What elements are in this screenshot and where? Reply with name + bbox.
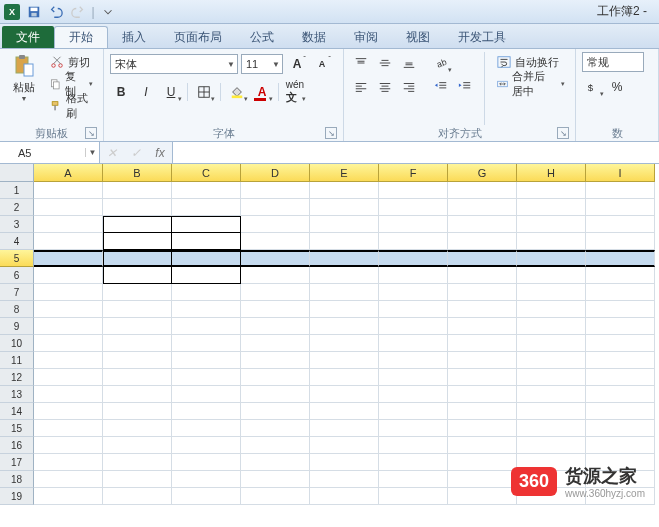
cell[interactable]: [379, 352, 448, 369]
number-format-combo[interactable]: 常规: [582, 52, 644, 72]
cell[interactable]: [379, 403, 448, 420]
increase-indent-button[interactable]: [454, 76, 476, 98]
cell[interactable]: [241, 454, 310, 471]
column-header[interactable]: D: [241, 164, 310, 182]
cell[interactable]: [34, 352, 103, 369]
tab-page-layout[interactable]: 页面布局: [160, 26, 236, 48]
row-header[interactable]: 14: [0, 403, 34, 420]
cell[interactable]: [586, 403, 655, 420]
cell[interactable]: [241, 369, 310, 386]
cell[interactable]: [379, 301, 448, 318]
row-header[interactable]: 6: [0, 267, 34, 284]
cell[interactable]: [448, 318, 517, 335]
row-header[interactable]: 8: [0, 301, 34, 318]
cell[interactable]: [103, 335, 172, 352]
cell[interactable]: [172, 488, 241, 505]
cell[interactable]: [172, 420, 241, 437]
cell[interactable]: [241, 352, 310, 369]
cell[interactable]: [379, 454, 448, 471]
cell[interactable]: [448, 250, 517, 267]
cell[interactable]: [103, 267, 172, 284]
tab-view[interactable]: 视图: [392, 26, 444, 48]
cell[interactable]: [172, 369, 241, 386]
cell[interactable]: [103, 284, 172, 301]
align-center-button[interactable]: [374, 76, 396, 98]
select-all-corner[interactable]: [0, 164, 34, 182]
cell[interactable]: [448, 352, 517, 369]
cell[interactable]: [517, 437, 586, 454]
accounting-button[interactable]: $▾: [582, 76, 604, 98]
qat-more-icon[interactable]: [98, 2, 118, 22]
row-header[interactable]: 11: [0, 352, 34, 369]
cell[interactable]: [448, 471, 517, 488]
cell[interactable]: [586, 369, 655, 386]
row-header[interactable]: 18: [0, 471, 34, 488]
cell[interactable]: [34, 471, 103, 488]
cell[interactable]: [448, 403, 517, 420]
row-header[interactable]: 9: [0, 318, 34, 335]
cell[interactable]: [310, 454, 379, 471]
cell[interactable]: [586, 216, 655, 233]
cell[interactable]: [379, 386, 448, 403]
cell[interactable]: [310, 267, 379, 284]
bold-button[interactable]: B: [110, 81, 132, 103]
cell[interactable]: [310, 216, 379, 233]
cell[interactable]: [379, 437, 448, 454]
column-header[interactable]: C: [172, 164, 241, 182]
percent-button[interactable]: %: [606, 76, 628, 98]
align-left-button[interactable]: [350, 76, 372, 98]
cell[interactable]: [310, 301, 379, 318]
cell[interactable]: [103, 182, 172, 199]
cell[interactable]: [310, 420, 379, 437]
cell[interactable]: [310, 386, 379, 403]
cell[interactable]: [379, 182, 448, 199]
cell[interactable]: [103, 301, 172, 318]
tab-insert[interactable]: 插入: [108, 26, 160, 48]
cell[interactable]: [586, 250, 655, 267]
cell[interactable]: [517, 318, 586, 335]
cell[interactable]: [586, 335, 655, 352]
cell[interactable]: [517, 250, 586, 267]
column-header[interactable]: I: [586, 164, 655, 182]
cell[interactable]: [103, 318, 172, 335]
cell[interactable]: [34, 318, 103, 335]
cell[interactable]: [586, 420, 655, 437]
underline-button[interactable]: U▾: [160, 81, 182, 103]
cell[interactable]: [379, 471, 448, 488]
cell[interactable]: [34, 233, 103, 250]
cell[interactable]: [34, 199, 103, 216]
cell[interactable]: [34, 335, 103, 352]
name-box[interactable]: A5 ▼: [0, 142, 100, 163]
cell[interactable]: [310, 403, 379, 420]
cell[interactable]: [379, 284, 448, 301]
cell[interactable]: [241, 182, 310, 199]
format-painter-button[interactable]: 格式刷: [46, 96, 97, 116]
cell[interactable]: [172, 335, 241, 352]
italic-button[interactable]: I: [135, 81, 157, 103]
cell[interactable]: [34, 437, 103, 454]
column-header[interactable]: G: [448, 164, 517, 182]
cell[interactable]: [448, 233, 517, 250]
fx-button[interactable]: fx: [148, 146, 172, 160]
cell[interactable]: [241, 250, 310, 267]
tab-data[interactable]: 数据: [288, 26, 340, 48]
cell[interactable]: [103, 488, 172, 505]
undo-icon[interactable]: [46, 2, 66, 22]
tab-developer[interactable]: 开发工具: [444, 26, 520, 48]
cell[interactable]: [172, 182, 241, 199]
cell[interactable]: [586, 301, 655, 318]
cell[interactable]: [586, 199, 655, 216]
redo-icon[interactable]: [68, 2, 88, 22]
cell[interactable]: [379, 199, 448, 216]
cell[interactable]: [448, 216, 517, 233]
cell[interactable]: [172, 403, 241, 420]
cell[interactable]: [379, 318, 448, 335]
cell[interactable]: [34, 369, 103, 386]
row-header[interactable]: 12: [0, 369, 34, 386]
grow-font-button[interactable]: Aˆ: [286, 53, 308, 75]
cell[interactable]: [241, 488, 310, 505]
cell[interactable]: [34, 250, 103, 267]
cell[interactable]: [241, 301, 310, 318]
font-color-button[interactable]: A▾: [251, 81, 273, 103]
cell[interactable]: [103, 420, 172, 437]
